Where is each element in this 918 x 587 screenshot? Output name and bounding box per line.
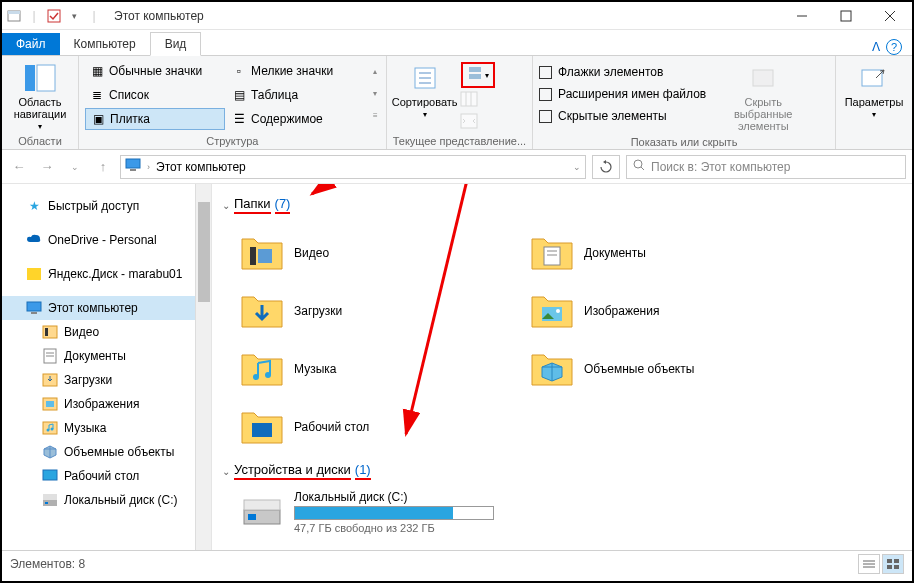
sidebar-item-downloads[interactable]: Загрузки (2, 368, 211, 392)
back-button[interactable]: ← (8, 156, 30, 178)
svg-rect-18 (461, 114, 477, 128)
navigation-pane-button[interactable]: Область навигации ▾ (8, 60, 72, 133)
music-icon (42, 420, 58, 436)
local-disk-c[interactable]: Локальный диск (C:) 47,7 ГБ свободно из … (240, 490, 908, 534)
tab-computer[interactable]: Компьютер (60, 33, 150, 55)
collapse-ribbon-icon[interactable]: ᐱ (872, 40, 880, 54)
sidebar-item-local-disk[interactable]: Локальный диск (C:) (2, 488, 211, 512)
sidebar-item-yandex-disk[interactable]: Яндекс.Диск - marabu01 (2, 262, 211, 286)
svg-rect-45 (250, 247, 256, 265)
drive-icon (240, 492, 284, 532)
up-button[interactable]: ↑ (92, 156, 114, 178)
sidebar-item-3d[interactable]: Объемные объекты (2, 440, 211, 464)
sort-button[interactable]: Сортировать ▾ (393, 60, 457, 121)
help-icon[interactable]: ? (886, 39, 902, 55)
group-label-layout: Структура (85, 133, 380, 147)
svg-rect-25 (27, 268, 41, 280)
chevron-up-icon[interactable]: ▴ (373, 67, 378, 76)
chevron-down-icon: ⌄ (222, 466, 230, 477)
layout-medium-icons[interactable]: ▦Обычные значки (85, 60, 225, 82)
layout-list[interactable]: ≣Список (85, 84, 225, 106)
svg-rect-1 (8, 11, 20, 14)
ribbon-group-options: Параметры ▾ (836, 56, 912, 149)
svg-rect-20 (862, 70, 882, 86)
hidden-items-option[interactable]: Скрытые элементы (539, 106, 706, 126)
folder-desktop[interactable]: Рабочий стол (240, 398, 530, 456)
sidebar-item-quick-access[interactable]: ★Быстрый доступ (2, 194, 211, 218)
sidebar-item-this-pc[interactable]: Этот компьютер (2, 296, 211, 320)
add-columns-icon[interactable] (461, 92, 495, 110)
expand-icon[interactable]: ≡ (373, 111, 378, 120)
folders-group-header[interactable]: ⌄ Папки (7) (222, 196, 908, 214)
address-field[interactable]: › Этот компьютер ⌄ (120, 155, 586, 179)
star-icon: ★ (26, 198, 42, 214)
qat-dropdown-icon[interactable]: ▾ (66, 8, 82, 24)
svg-rect-15 (461, 92, 477, 106)
content-pane: ⌄ Папки (7) Видео Документы Загрузки Изо… (212, 184, 912, 550)
tab-file[interactable]: Файл (2, 33, 60, 55)
layout-small-icons[interactable]: ▫Мелкие значки (227, 60, 367, 82)
svg-rect-54 (252, 423, 272, 437)
checkbox-icon (539, 110, 552, 123)
folder-videos[interactable]: Видео (240, 224, 530, 282)
sidebar-item-desktop[interactable]: Рабочий стол (2, 464, 211, 488)
maximize-button[interactable] (824, 2, 868, 30)
checkbox-icon[interactable] (46, 8, 62, 24)
sidebar-item-pictures[interactable]: Изображения (2, 392, 211, 416)
picture-icon (42, 396, 58, 412)
forward-button[interactable]: → (36, 156, 58, 178)
sidebar-item-documents[interactable]: Документы (2, 344, 211, 368)
chevron-down-icon: ▾ (38, 122, 42, 131)
ribbon: Область навигации ▾ Области ▦Обычные зна… (2, 56, 912, 150)
list-icon: ≣ (89, 88, 105, 102)
ribbon-right-controls: ᐱ ? (872, 39, 912, 55)
options-button[interactable]: Параметры ▾ (842, 60, 906, 121)
table-icon: ▤ (231, 88, 247, 102)
sidebar-item-onedrive[interactable]: OneDrive - Personal (2, 228, 211, 252)
breadcrumb-segment[interactable]: Этот компьютер (156, 160, 246, 174)
folder-music[interactable]: Музыка (240, 340, 530, 398)
layout-tiles[interactable]: ▣Плитка (85, 108, 225, 130)
document-icon (42, 348, 58, 364)
folder-icon (240, 349, 284, 389)
details-view-toggle[interactable] (858, 554, 880, 574)
tab-view[interactable]: Вид (150, 32, 202, 56)
hide-selected-button[interactable]: Скрыть выбранные элементы (718, 60, 808, 134)
devices-group-header[interactable]: ⌄ Устройства и диски (1) (222, 462, 908, 480)
grid-icon: ▦ (89, 64, 105, 78)
folder-downloads[interactable]: Загрузки (240, 282, 530, 340)
video-icon (42, 324, 58, 340)
refresh-button[interactable] (592, 155, 620, 179)
sidebar-scrollbar[interactable] (195, 184, 211, 550)
folder-documents[interactable]: Документы (530, 224, 820, 282)
layout-scroll: ▴ ▾ ≡ (371, 60, 380, 126)
sidebar-item-videos[interactable]: Видео (2, 320, 211, 344)
icons-view-toggle[interactable] (882, 554, 904, 574)
chevron-down-icon[interactable]: ▾ (373, 89, 378, 98)
svg-rect-21 (126, 159, 140, 168)
history-dropdown[interactable]: ⌄ (64, 156, 86, 178)
minimize-button[interactable] (780, 2, 824, 30)
folder-icon (240, 407, 284, 447)
checkboxes-option[interactable]: Флажки элементов (539, 62, 706, 82)
close-button[interactable] (868, 2, 912, 30)
group-by-button[interactable]: ▾ (461, 62, 495, 88)
divider-icon: | (26, 8, 42, 24)
size-columns-icon[interactable] (461, 114, 495, 132)
layout-content[interactable]: ☰Содержимое (227, 108, 367, 130)
svg-line-43 (312, 184, 484, 194)
folder-icon (240, 291, 284, 331)
drive-icon (42, 492, 58, 508)
quick-access-toolbar: | ▾ | (2, 8, 106, 24)
sidebar-item-music[interactable]: Музыка (2, 416, 211, 440)
navigation-pane-icon (24, 62, 56, 94)
folder-pictures[interactable]: Изображения (530, 282, 820, 340)
layout-details[interactable]: ▤Таблица (227, 84, 367, 106)
extensions-option[interactable]: Расширения имен файлов (539, 84, 706, 104)
svg-rect-29 (45, 328, 48, 336)
cloud-icon (26, 232, 42, 248)
group-label-panes: Области (8, 133, 72, 147)
folder-3d-objects[interactable]: Объемные объекты (530, 340, 820, 398)
search-input[interactable]: Поиск в: Этот компьютер (626, 155, 906, 179)
chevron-down-icon[interactable]: ⌄ (573, 162, 581, 172)
